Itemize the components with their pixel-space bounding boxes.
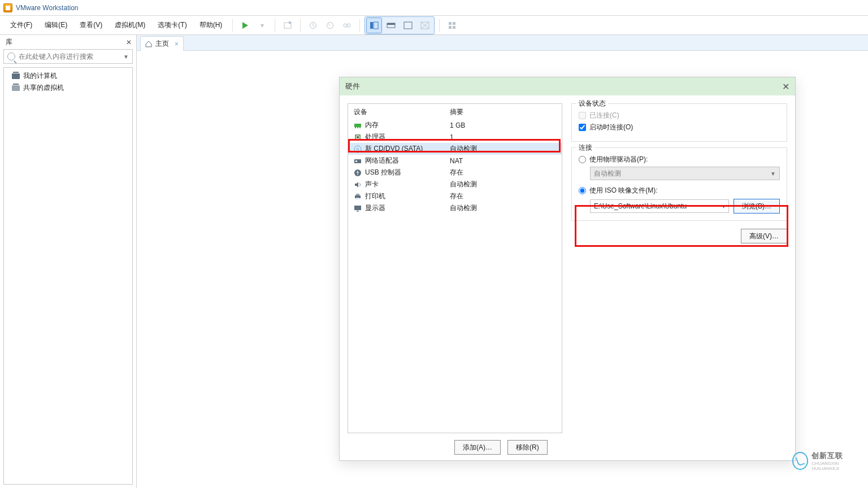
tab-label: 主页 <box>155 39 169 49</box>
search-input[interactable] <box>19 53 120 60</box>
device-summary: 自动检测 <box>450 144 477 154</box>
device-settings: 设备状态 已连接(C) 启动时连接(O) 连接 使用物理驱动器(P): 自动检测 <box>571 103 787 433</box>
menu-view[interactable]: 查看(V) <box>74 18 108 32</box>
advanced-button[interactable]: 高级(V)… <box>741 229 787 243</box>
app-logo-icon <box>3 3 12 12</box>
device-row[interactable]: 声卡自动检测 <box>348 178 562 190</box>
device-row[interactable]: 网络适配器NAT <box>348 155 562 167</box>
menu-edit[interactable]: 编辑(E) <box>39 18 73 32</box>
toolbar-separator <box>300 19 301 32</box>
tree-label: 我的计算机 <box>23 71 57 81</box>
watermark: 创新互联 CHUANGXIN HUILIANKEJI <box>792 451 860 471</box>
printer-icon <box>354 193 362 201</box>
toolbar-separator <box>275 19 275 32</box>
physical-drive-value: 自动检测 <box>594 169 621 178</box>
toolbar-separator <box>232 19 233 32</box>
window-title: VMware Workstation <box>16 4 78 12</box>
tree-shared-vms[interactable]: 共享的虚拟机 <box>6 82 130 94</box>
tree-my-computer[interactable]: 我的计算机 <box>6 70 130 82</box>
watermark-sub: CHUANGXIN HUILIANKEJI <box>811 461 860 471</box>
watermark-logo-icon <box>792 452 808 470</box>
device-row[interactable]: 处理器1 <box>348 131 562 143</box>
view-fullscreen-button[interactable] <box>400 18 416 33</box>
connect-on-start-checkbox[interactable]: 启动时连接(O) <box>579 123 780 132</box>
svg-point-4 <box>344 24 347 27</box>
menu-help[interactable]: 帮助(H) <box>194 18 228 32</box>
play-more-button[interactable]: ▾ <box>254 18 270 33</box>
device-name: 处理器 <box>365 132 385 142</box>
dialog-title: 硬件 <box>345 81 360 91</box>
chevron-down-icon: ▼ <box>770 171 776 177</box>
shared-icon <box>12 85 20 91</box>
search-dropdown-icon[interactable]: ▼ <box>123 54 129 60</box>
device-name: 显示器 <box>365 203 385 213</box>
remove-device-button[interactable]: 移除(R) <box>507 440 548 455</box>
tab-close-icon[interactable]: × <box>175 40 179 48</box>
cpu-icon <box>354 133 362 141</box>
sound-icon <box>354 181 362 189</box>
connected-label: 已连接(C) <box>589 111 619 120</box>
sidebar-header: 库 ✕ <box>0 35 136 48</box>
svg-rect-9 <box>387 23 395 25</box>
device-summary: 自动检测 <box>450 203 477 213</box>
memory-icon <box>354 121 362 129</box>
use-iso-radio[interactable]: 使用 ISO 映像文件(M): <box>579 186 780 195</box>
device-row[interactable]: 显示器自动检测 <box>348 202 562 214</box>
tab-home[interactable]: 主页 × <box>140 36 184 51</box>
svg-rect-24 <box>354 159 361 163</box>
dialog-body: 设备 摘要 内存1 GB处理器1新 CD/DVD (SATA)自动检测网络适配器… <box>340 95 795 435</box>
device-name: 新 CD/DVD (SATA) <box>365 144 423 154</box>
view-normal-button[interactable] <box>366 18 382 33</box>
device-row[interactable]: USB 控制器存在 <box>348 167 562 178</box>
search-icon <box>7 53 15 60</box>
device-list-panel: 设备 摘要 内存1 GB处理器1新 CD/DVD (SATA)自动检测网络适配器… <box>348 103 562 433</box>
svg-point-23 <box>357 148 359 150</box>
device-name: 网络适配器 <box>365 156 399 165</box>
use-physical-input[interactable] <box>579 156 586 163</box>
device-list-footer: 添加(A)… 移除(R) <box>454 440 548 455</box>
screenshot-button[interactable] <box>280 18 296 33</box>
add-device-button[interactable]: 添加(A)… <box>454 440 501 455</box>
sidebar-close-icon[interactable]: ✕ <box>126 38 132 46</box>
view-console-button[interactable] <box>383 18 399 33</box>
tree-label: 共享的虚拟机 <box>23 83 64 93</box>
sidebar-search[interactable]: ▼ <box>3 49 133 64</box>
toolbar-separator <box>439 19 440 32</box>
play-button[interactable] <box>237 18 253 33</box>
iso-path-combo[interactable]: E:\Use_Software\Linux\Ubuntu ▾ <box>590 199 729 213</box>
library-toggle-button[interactable] <box>444 18 460 33</box>
browse-button[interactable]: 浏览(B)… <box>734 199 780 213</box>
view-mode-group <box>364 16 435 34</box>
snapshot-button[interactable] <box>305 18 321 33</box>
svg-point-5 <box>347 24 350 27</box>
watermark-brand: 创新互联 <box>811 451 860 461</box>
use-physical-radio[interactable]: 使用物理驱动器(P): <box>579 155 780 164</box>
snapshot-revert-button[interactable] <box>322 18 338 33</box>
dialog-header: 硬件 ✕ <box>340 77 795 95</box>
sidebar-title: 库 <box>6 37 12 47</box>
remove-label: 移除(R) <box>516 443 539 452</box>
view-unity-button[interactable] <box>417 18 433 33</box>
svg-rect-1 <box>289 21 291 24</box>
dialog-close-icon[interactable]: ✕ <box>782 81 789 92</box>
device-name: 打印机 <box>365 191 385 201</box>
disc-icon <box>354 145 362 153</box>
menu-tabs[interactable]: 选项卡(T) <box>152 18 192 32</box>
svg-rect-12 <box>449 22 452 25</box>
connect-on-start-input[interactable] <box>579 124 586 131</box>
connected-input <box>579 112 586 119</box>
home-icon <box>145 41 152 47</box>
display-icon <box>354 204 362 212</box>
menu-file[interactable]: 文件(F) <box>5 18 38 32</box>
device-name: 声卡 <box>365 180 379 189</box>
chevron-down-icon[interactable]: ▾ <box>722 203 725 210</box>
device-row[interactable]: 内存1 GB <box>348 119 562 131</box>
device-row[interactable]: 新 CD/DVD (SATA)自动检测 <box>348 143 562 155</box>
menu-vm[interactable]: 虚拟机(M) <box>109 18 151 32</box>
device-row[interactable]: 打印机存在 <box>348 190 562 202</box>
use-iso-input[interactable] <box>579 187 586 194</box>
svg-rect-29 <box>356 198 359 199</box>
device-summary: 1 <box>450 133 454 141</box>
snapshot-manage-button[interactable] <box>339 18 355 33</box>
tabstrip: 主页 × <box>137 35 868 51</box>
